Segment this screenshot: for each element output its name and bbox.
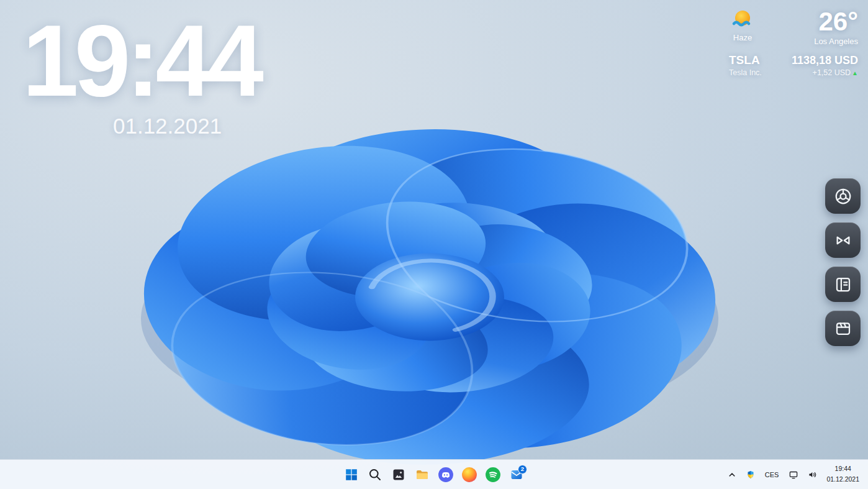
- discord-button[interactable]: [435, 464, 456, 485]
- stock-change: +1,52 USD▲: [813, 68, 858, 77]
- volume-button[interactable]: [806, 464, 820, 485]
- file-explorer-button[interactable]: [412, 464, 433, 485]
- tray-app-button[interactable]: [744, 464, 757, 485]
- weather-location: Los Angeles: [814, 37, 858, 46]
- stock-up-arrow-icon: ▲: [852, 70, 858, 76]
- weather-temperature: 26°: [814, 9, 858, 35]
- dock-item-journal[interactable]: [825, 267, 861, 302]
- info-widget: Haze 26° Los Angeles TSLA 1138,18 USD Te…: [728, 9, 858, 77]
- volume-icon: [807, 469, 818, 480]
- network-icon: [788, 469, 799, 480]
- stock-widget: TSLA 1138,18 USD Tesla Inc. +1,52 USD▲: [728, 53, 858, 77]
- notification-badge: 2: [518, 465, 527, 474]
- stock-price: 1138,18 USD: [792, 54, 858, 67]
- chrome-icon: [834, 187, 852, 206]
- dock-item-media[interactable]: [825, 311, 861, 346]
- language-indicator[interactable]: CES: [762, 464, 782, 485]
- clock-time: 19:44: [22, 10, 260, 111]
- defender-shield-icon: [746, 470, 756, 480]
- firefox-icon: [461, 467, 477, 483]
- windows-start-icon: [344, 467, 359, 482]
- sun-haze-icon: [730, 9, 755, 31]
- spotify-icon: [485, 467, 501, 483]
- journal-icon: [834, 275, 852, 294]
- stock-company: Tesla Inc.: [729, 68, 762, 77]
- tray-time: 19:44: [835, 465, 851, 473]
- clapperboard-icon: [834, 319, 852, 338]
- spotify-button[interactable]: [482, 464, 504, 485]
- stock-symbol: TSLA: [729, 53, 760, 67]
- visual-studio-icon: [834, 231, 852, 250]
- firefox-button[interactable]: [459, 464, 480, 485]
- tray-clock[interactable]: 19:44 01.12.2021: [825, 464, 861, 485]
- system-tray: CES 19:44 01.12.2021: [725, 460, 868, 489]
- photos-icon: [391, 467, 406, 482]
- photos-app-button[interactable]: [388, 464, 409, 485]
- chevron-up-icon: [726, 469, 738, 480]
- clock-widget: 19:44 01.12.2021: [22, 10, 260, 139]
- folder-icon: [415, 467, 430, 482]
- mail-button[interactable]: 2: [506, 464, 527, 485]
- search-icon: [368, 467, 382, 482]
- network-button[interactable]: [787, 464, 800, 485]
- tray-date: 01.12.2021: [826, 475, 859, 484]
- taskbar: 2 CES: [0, 459, 868, 489]
- desktop: 19:44 01.12.2021 Haze 26°: [0, 0, 868, 489]
- search-button[interactable]: [364, 464, 386, 485]
- weather-widget: Haze 26° Los Angeles: [728, 9, 858, 46]
- dock-item-visual-studio[interactable]: [825, 222, 861, 258]
- hidden-icons-button[interactable]: [725, 464, 739, 485]
- dock-item-chrome[interactable]: [825, 178, 861, 214]
- clock-date: 01.12.2021: [113, 114, 260, 139]
- start-button[interactable]: [341, 464, 362, 485]
- weather-condition: Haze: [733, 33, 752, 42]
- taskbar-center: 2: [341, 460, 527, 489]
- dock: [825, 178, 861, 346]
- discord-icon: [438, 467, 454, 483]
